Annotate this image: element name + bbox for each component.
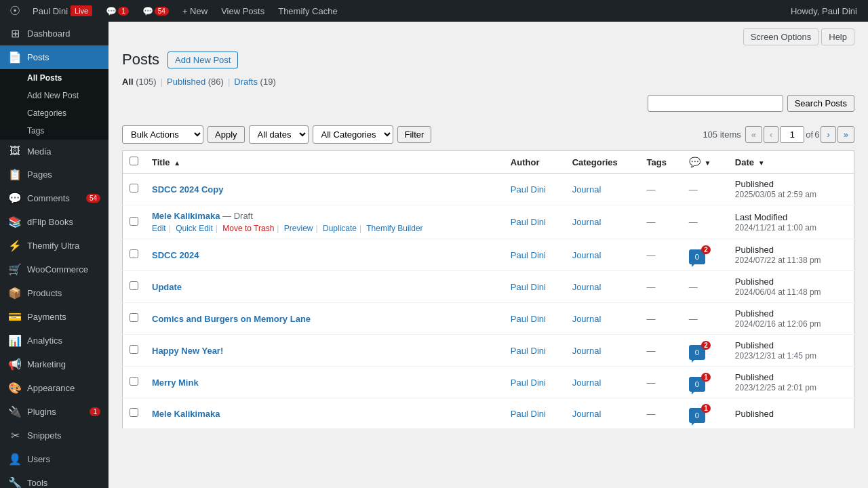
sidebar-item-categories[interactable]: Categories (0, 104, 108, 122)
author-link[interactable]: Paul Dini (511, 184, 546, 195)
prev-page-button[interactable]: ‹ (764, 126, 778, 143)
adminbar-themify-cache[interactable]: Themify Cache (273, 0, 342, 22)
add-new-post-button[interactable]: Add New Post (167, 52, 238, 68)
sidebar-item-tags[interactable]: Tags (0, 122, 108, 140)
row-checkbox[interactable] (130, 217, 138, 226)
search-posts-button[interactable]: Search Posts (787, 95, 854, 112)
filter-drafts[interactable]: Drafts (19) (234, 77, 275, 87)
sidebar-item-all-posts[interactable]: All Posts (0, 69, 108, 87)
post-title-link[interactable]: Comics and Burgers on Memory Lane (152, 314, 311, 324)
sidebar-item-snippets[interactable]: ✂ Snippets (0, 424, 108, 447)
post-title-link[interactable]: Happy New Year! (152, 346, 223, 356)
sidebar-item-add-new-post[interactable]: Add New Post (0, 87, 108, 104)
author-link[interactable]: Paul Dini (511, 217, 546, 227)
category-link[interactable]: Journal (572, 378, 601, 388)
sidebar-item-marketing[interactable]: 📢 Marketing (0, 352, 108, 376)
all-dates-select[interactable]: All dates (249, 125, 309, 144)
row-checkbox[interactable] (130, 281, 138, 290)
adminbar-view-posts[interactable]: View Posts (216, 0, 270, 22)
post-title-link[interactable]: Mele Kalikimaka — Draft (152, 211, 253, 221)
page-input[interactable] (780, 126, 804, 143)
sidebar-item-payments[interactable]: 💳 Payments (0, 305, 108, 329)
screen-options-button[interactable]: Screen Options (743, 28, 819, 45)
sidebar-item-analytics[interactable]: 📊 Analytics (0, 329, 108, 352)
post-title-link[interactable]: Mele Kalikimaka (152, 409, 220, 419)
author-link[interactable]: Paul Dini (511, 378, 546, 388)
table-row: SDCC 2024 Copy Edit| Quick Edit| Move to… (123, 174, 854, 205)
row-checkbox[interactable] (130, 313, 138, 322)
tags-value: — (647, 184, 656, 195)
row-checkbox[interactable] (130, 377, 138, 386)
quick-edit-link[interactable]: Quick Edit (176, 224, 213, 233)
next-page-button[interactable]: › (821, 126, 835, 143)
wp-logo[interactable]: ☉ (5, 3, 24, 18)
sidebar-item-posts[interactable]: 📄 Posts (0, 45, 108, 69)
author-link[interactable]: Paul Dini (511, 282, 546, 292)
sidebar-item-dashboard[interactable]: ⊞ Dashboard (0, 22, 108, 45)
adminbar-site[interactable]: Paul Dini Live (27, 0, 98, 22)
sidebar-item-appearance[interactable]: 🎨 Appearance (0, 376, 108, 400)
category-link[interactable]: Journal (572, 217, 601, 227)
sidebar-item-comments[interactable]: 💬 Comments 54 (0, 186, 108, 210)
sidebar-item-woocommerce[interactable]: 🛒 WooCommerce (0, 258, 108, 281)
tags-column-header[interactable]: Tags (640, 151, 682, 174)
preview-link[interactable]: Preview (284, 224, 313, 233)
post-title-link[interactable]: Merry Mink (152, 378, 199, 388)
adminbar-new[interactable]: + New (177, 0, 213, 22)
trash-link[interactable]: Move to Trash (222, 224, 274, 233)
filter-all[interactable]: All (105) (122, 77, 157, 87)
sidebar-item-dflip[interactable]: 📚 dFlip Books (0, 210, 108, 234)
sidebar-item-pages[interactable]: 📋 Pages (0, 163, 108, 186)
post-title-link[interactable]: SDCC 2024 (152, 250, 199, 260)
sidebar-item-plugins[interactable]: 🔌 Plugins 1 (0, 400, 108, 424)
sidebar-item-tools[interactable]: 🔧 Tools (0, 471, 108, 488)
row-checkbox[interactable] (130, 408, 138, 417)
comment-bubble[interactable]: 0 2 (689, 345, 705, 360)
comments-column-header[interactable]: 💬 ▼ (682, 151, 728, 174)
apply-button[interactable]: Apply (208, 126, 245, 143)
category-link[interactable]: Journal (572, 184, 601, 195)
search-posts-input[interactable] (648, 95, 783, 112)
first-page-button[interactable]: « (745, 126, 762, 143)
adminbar-comments-all[interactable]: 💬 54 (137, 0, 174, 22)
duplicate-link[interactable]: Duplicate (323, 224, 357, 233)
categories-column-header[interactable]: Categories (566, 151, 640, 174)
author-link[interactable]: Paul Dini (511, 250, 546, 260)
help-button[interactable]: Help (821, 28, 854, 45)
comment-bubble[interactable]: 0 1 (689, 377, 705, 392)
row-checkbox[interactable] (130, 249, 138, 258)
last-page-button[interactable]: » (837, 126, 854, 143)
adminbar-comments[interactable]: 💬 1 (100, 0, 134, 22)
row-checkbox[interactable] (130, 345, 138, 354)
author-link[interactable]: Paul Dini (511, 314, 546, 324)
post-title-link[interactable]: Update (152, 282, 182, 292)
date-column-header[interactable]: Date ▼ (728, 151, 854, 174)
category-link[interactable]: Journal (572, 314, 601, 324)
select-all-checkbox[interactable] (130, 157, 138, 165)
author-column-header[interactable]: Author (504, 151, 566, 174)
comments-badge: 54 (86, 194, 100, 203)
comment-bubble[interactable]: 0 1 (689, 408, 705, 423)
category-link[interactable]: Journal (572, 250, 601, 260)
author-link[interactable]: Paul Dini (511, 409, 546, 419)
all-categories-select[interactable]: All Categories (313, 125, 393, 144)
row-checkbox[interactable] (130, 184, 138, 192)
title-column-header[interactable]: Title ▲ (145, 151, 504, 174)
sidebar-item-products[interactable]: 📦 Products (0, 281, 108, 305)
category-link[interactable]: Journal (572, 282, 601, 292)
sidebar-item-users[interactable]: 👤 Users (0, 447, 108, 471)
comment-bubble[interactable]: 0 2 (689, 249, 705, 264)
sidebar-item-media[interactable]: 🖼 Media (0, 140, 108, 163)
bulk-actions-select[interactable]: Bulk Actions (122, 125, 203, 144)
filter-button[interactable]: Filter (397, 126, 432, 143)
themify-builder-link[interactable]: Themify Builder (366, 224, 422, 233)
sidebar-item-themify-ultra[interactable]: ⚡ Themify Ultra (0, 234, 108, 258)
post-title-link[interactable]: SDCC 2024 Copy (152, 184, 223, 195)
category-link[interactable]: Journal (572, 409, 601, 419)
category-link[interactable]: Journal (572, 346, 601, 356)
author-link[interactable]: Paul Dini (511, 346, 546, 356)
edit-link[interactable]: Edit (152, 224, 166, 233)
filter-published[interactable]: Published (86) (167, 77, 224, 87)
marketing-icon: 📢 (8, 358, 22, 371)
date-sort-icon: ▼ (758, 159, 765, 167)
